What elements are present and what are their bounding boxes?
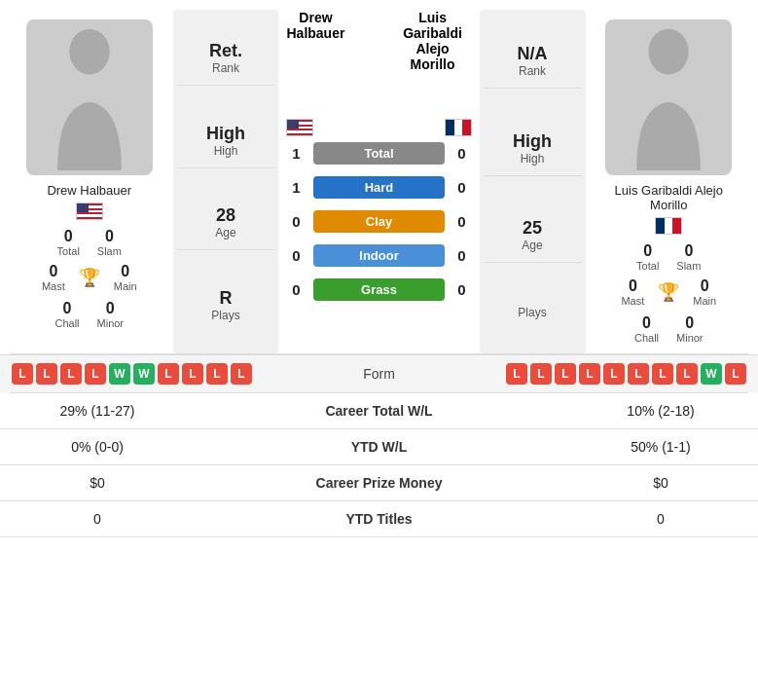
player1-age-block: 28 Age [177, 196, 275, 250]
hard-label: Hard [313, 176, 444, 199]
form-badge: L [158, 363, 179, 385]
stat-left: $0 [0, 464, 195, 500]
form-badge: L [85, 363, 106, 385]
stat-left: 0 [0, 500, 195, 536]
player2-name: Luis Garibaldi Alejo Morillo [597, 183, 741, 212]
player1-main: 0 Main [114, 263, 137, 292]
player1-mast: 0 Mast [42, 263, 65, 292]
player2-rank-block: N/A Rank [484, 34, 582, 89]
comparison-area: Drew Halbauer 0 Total 0 Slam 0 Mast [0, 0, 758, 353]
player2-detail-panel: N/A Rank High High 25 Age Plays [480, 10, 586, 353]
player1-total: 0 Total [57, 228, 80, 257]
player1-flag [76, 203, 103, 220]
form-badge: L [676, 363, 698, 385]
player1-plays-block: R Plays [177, 278, 275, 332]
player2-age-block: 25 Age [484, 208, 582, 263]
player1-slam: 0 Slam [97, 228, 122, 257]
stat-label: Career Total W/L [195, 393, 563, 429]
form-badge: L [60, 363, 82, 385]
scores-center: Drew Halbauer Luis Garibaldi Alejo Moril… [282, 10, 475, 353]
player1-chall: 0 Chall [54, 300, 79, 329]
player1-silhouette [41, 24, 138, 170]
player2-chall: 0 Chall [634, 314, 659, 344]
player2-total: 0 Total [636, 242, 659, 272]
stat-right: $0 [563, 464, 758, 500]
player2-trophy-icon: 🏆 [658, 281, 679, 303]
player1-avatar [26, 19, 153, 175]
player1-minor: 0 Minor [97, 300, 125, 329]
player1-name-center: Drew Halbauer [286, 10, 344, 72]
player2-minor: 0 Minor [676, 314, 704, 344]
form-section: LLLLWWLLLL Form LLLLLLLLWL [0, 354, 758, 392]
stats-row: 0% (0-0) YTD W/L 50% (1-1) [0, 428, 758, 464]
form-badge: L [628, 363, 649, 385]
form-badge: L [506, 363, 527, 385]
form-badge: L [555, 363, 576, 385]
player1-stats-bottom: 0 Chall 0 Minor [54, 300, 124, 329]
grass-score-row: 0 Grass 0 [286, 278, 471, 301]
form-badge: L [12, 363, 33, 385]
stats-row: 0 YTD Titles 0 [0, 500, 758, 536]
form-badge: L [36, 363, 57, 385]
stats-row: 29% (11-27) Career Total W/L 10% (2-18) [0, 393, 758, 429]
player1-trophy-icon: 🏆 [79, 267, 100, 288]
player2-form-badges: LLLLLLLLWL [506, 363, 746, 385]
form-badge: L [652, 363, 673, 385]
form-badge: L [579, 363, 600, 385]
stat-label: YTD W/L [195, 428, 563, 464]
form-badge: L [725, 363, 746, 385]
stat-label: Career Prize Money [195, 464, 563, 500]
form-label: Form [363, 366, 395, 382]
player2-stats-top: 0 Total 0 Slam [636, 242, 701, 272]
player1-trophy-row: 0 Mast 🏆 0 Main [42, 263, 137, 292]
player1-name: Drew Halbauer [47, 183, 131, 198]
clay-score-row: 0 Clay 0 [286, 210, 471, 233]
indoor-label: Indoor [313, 244, 444, 267]
stat-right: 50% (1-1) [563, 428, 758, 464]
stat-left: 0% (0-0) [0, 428, 195, 464]
player1-form-badges: LLLLWWLLLL [12, 363, 252, 385]
form-badge: L [603, 363, 625, 385]
player2-main: 0 Main [693, 277, 716, 307]
stat-left: 29% (11-27) [0, 393, 195, 429]
form-badge: L [182, 363, 203, 385]
clay-label: Clay [313, 210, 444, 233]
total-score-row: 1 Total 0 [286, 142, 471, 165]
form-badge: W [133, 363, 155, 385]
player1-rank-block: Ret. Rank [177, 31, 275, 86]
player2-name-center: Luis Garibaldi Alejo Morillo [394, 10, 472, 72]
player2-slam: 0 Slam [676, 242, 701, 272]
stat-label: YTD Titles [195, 500, 563, 536]
main-container: Drew Halbauer 0 Total 0 Slam 0 Mast [0, 0, 758, 537]
form-badge: L [206, 363, 228, 385]
form-badge: W [109, 363, 130, 385]
player1-detail-panel: Ret. Rank High High 28 Age R Plays [173, 10, 279, 353]
player1-stats-top: 0 Total 0 Slam [57, 228, 122, 257]
stats-table: 29% (11-27) Career Total W/L 10% (2-18) … [0, 393, 758, 537]
player2-silhouette [620, 24, 717, 170]
hard-score-row: 1 Hard 0 [286, 176, 471, 199]
player2-plays-block: Plays [484, 296, 582, 329]
player2-flag [655, 217, 682, 235]
indoor-score-row: 0 Indoor 0 [286, 244, 471, 267]
form-badge: W [701, 363, 722, 385]
player1-card: Drew Halbauer 0 Total 0 Slam 0 Mast [10, 10, 169, 353]
center-flag1 [286, 119, 313, 136]
player2-mast: 0 Mast [621, 277, 644, 307]
player2-avatar [605, 19, 732, 175]
svg-point-0 [69, 29, 109, 75]
player2-trophy-row: 0 Mast 🏆 0 Main [621, 277, 716, 307]
center-flag2 [445, 119, 472, 136]
player2-stats-bottom: 0 Chall 0 Minor [634, 314, 704, 344]
stat-right: 10% (2-18) [563, 393, 758, 429]
total-label: Total [313, 142, 444, 165]
grass-label: Grass [313, 278, 444, 301]
stat-right: 0 [563, 500, 758, 536]
form-badge: L [530, 363, 552, 385]
form-badge: L [231, 363, 252, 385]
player2-high-block: High High [484, 122, 582, 176]
svg-point-1 [649, 29, 689, 75]
player2-card: Luis Garibaldi Alejo Morillo 0 Total 0 S… [590, 10, 749, 353]
player1-high-block: High High [177, 114, 275, 168]
stats-row: $0 Career Prize Money $0 [0, 464, 758, 500]
